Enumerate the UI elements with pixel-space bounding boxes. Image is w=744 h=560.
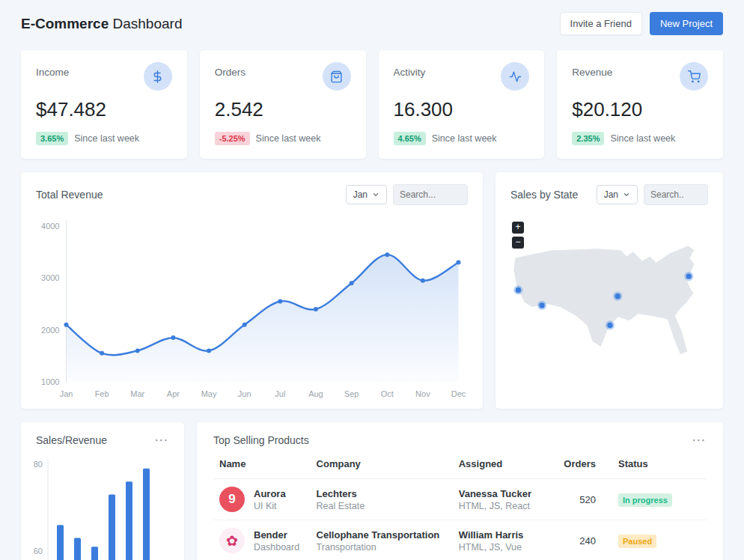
topbar: E-Commerce Dashboard Invite a Friend New… [21,12,723,35]
stat-label: Orders [215,62,246,78]
svg-text:Sep: Sep [344,389,359,398]
status-badge: In progress [618,493,672,507]
company-name: Lechters [317,488,447,499]
svg-text:1000: 1000 [41,377,59,386]
table-header-row: Name Company Assigned Orders Status [213,449,707,479]
svg-text:May: May [201,389,217,398]
stat-caption: Since last week [74,133,139,144]
svg-text:Aug: Aug [308,389,323,398]
card-menu-button[interactable]: ⋯ [154,436,169,444]
month-select[interactable]: Jan [597,185,638,204]
product-name: Aurora [254,488,286,499]
svg-text:Mar: Mar [130,389,144,398]
svg-text:60: 60 [34,547,43,556]
us-map: + − [496,211,723,374]
svg-text:Apr: Apr [167,389,180,398]
shopping-bag-icon [323,62,351,91]
change-badge: -5.25% [215,132,250,145]
column-header-status: Status [602,449,707,479]
page-title-rest: Dashboard [113,16,183,31]
new-project-button[interactable]: New Project [650,12,723,35]
top-actions: Invite a Friend New Project [560,12,723,35]
stat-label: Revenue [572,62,612,78]
card-title: Sales by State [510,189,578,201]
svg-text:Oct: Oct [381,389,394,398]
stat-label: Activity [394,62,426,78]
change-badge: 4.65% [394,132,426,145]
products-table: Name Company Assigned Orders Status 9 [213,449,707,560]
search-input[interactable] [393,184,468,205]
stat-card-revenue: Revenue $20.120 2.35% Since last week [557,50,723,159]
assigned-skills: HTML, JS, Vue [459,542,536,553]
change-badge: 2.35% [572,132,604,145]
table-row[interactable]: ✿ Bender Dashboard Cellophane Transporta… [213,520,707,560]
svg-text:3000: 3000 [41,273,59,282]
total-revenue-line-chart: 1000200030004000JanFebMarAprMayJunJulAug… [30,214,474,401]
stat-caption: Since last week [610,133,675,144]
status-badge: Paused [618,535,656,548]
dashboard-page: E-Commerce Dashboard Invite a Friend New… [0,0,744,560]
us-map-svg[interactable] [506,240,713,366]
product-type: Dashboard [254,542,299,553]
change-badge: 3.65% [36,132,68,145]
month-select[interactable]: Jan [346,185,387,204]
svg-text:Jul: Jul [275,389,285,398]
activity-icon [501,62,529,91]
page-title-bold: E-Commerce [21,16,109,31]
sales-by-state-card: Sales by State Jan + − [496,172,723,409]
stat-label: Income [36,62,69,78]
bottom-row: Sales/Revenue ⋯ 8060 Top Selling Product… [21,422,723,560]
svg-text:4000: 4000 [41,222,59,231]
stat-card-income: Income $47.482 3.65% Since last week [21,50,187,159]
stat-value: 2.542 [215,98,351,121]
stat-value: $47.482 [36,98,172,121]
stat-value: $20.120 [572,98,708,121]
search-input[interactable] [644,184,708,205]
page-title: E-Commerce Dashboard [21,16,182,32]
sales-revenue-card: Sales/Revenue ⋯ 8060 [21,422,184,560]
aurora-logo-icon: 9 [219,487,245,512]
stat-caption: Since last week [256,133,321,144]
svg-text:Nov: Nov [415,389,430,398]
top-selling-products-card: Top Selling Products ⋯ Name Company Assi… [197,422,723,560]
table-row[interactable]: 9 Aurora UI Kit Lechters Real Estate [213,479,707,520]
product-name: Bender [254,529,299,541]
zoom-out-button[interactable]: − [512,237,524,249]
svg-text:Feb: Feb [95,389,109,398]
card-menu-button[interactable]: ⋯ [692,436,707,444]
assigned-skills: HTML, JS, React [459,501,536,511]
stat-value: 16.300 [394,98,530,121]
bender-logo-icon: ✿ [219,528,245,553]
card-title: Sales/Revenue [36,434,107,446]
column-header-assigned: Assigned [453,449,542,479]
stats-row: Income $47.482 3.65% Since last week Ord… [21,50,723,159]
company-industry: Transportation [317,542,447,553]
company-name: Cellophane Transportation [317,529,447,541]
month-select-value: Jan [353,189,368,200]
total-revenue-card: Total Revenue Jan 1000200030004000JanFeb… [21,172,483,409]
invite-friend-button[interactable]: Invite a Friend [560,12,642,35]
zoom-in-button[interactable]: + [512,222,524,234]
chevron-down-icon [623,191,630,198]
product-type: UI Kit [254,501,286,511]
svg-text:2000: 2000 [41,326,59,335]
assigned-name: William Harris [459,529,536,541]
orders-count: 240 [542,520,602,560]
column-header-company: Company [311,449,453,479]
assigned-name: Vanessa Tucker [459,488,536,499]
svg-text:Dec: Dec [451,389,466,398]
stat-caption: Since last week [432,133,497,144]
card-title: Top Selling Products [213,434,309,446]
sales-revenue-bar-chart: 8060 [28,457,162,560]
stat-card-orders: Orders 2.542 -5.25% Since last week [200,50,366,159]
chevron-down-icon [372,191,379,198]
dollar-icon [144,62,172,91]
company-industry: Real Estate [317,501,447,511]
middle-row: Total Revenue Jan 1000200030004000JanFeb… [21,172,723,409]
svg-text:Jun: Jun [238,389,251,398]
month-select-value: Jan [604,189,618,200]
stat-card-activity: Activity 16.300 4.65% Since last week [379,50,545,159]
svg-text:80: 80 [34,460,43,469]
orders-count: 520 [542,479,602,520]
card-title: Total Revenue [36,189,103,201]
